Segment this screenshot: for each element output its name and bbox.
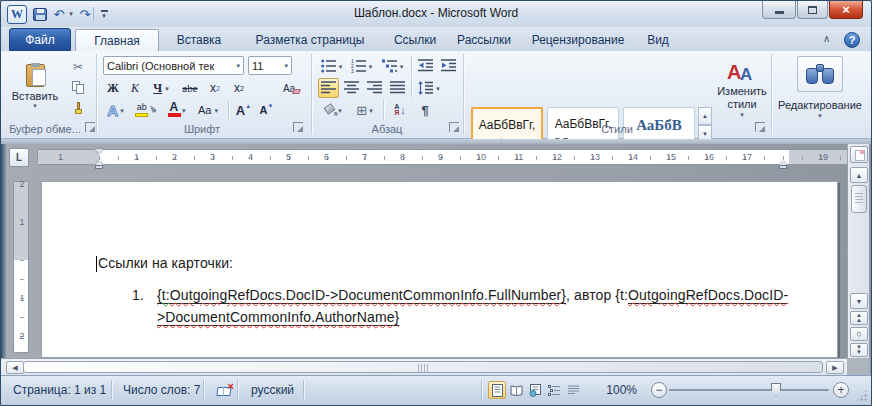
maximize-button[interactable] [797, 1, 828, 19]
vscroll-thumb[interactable] [851, 185, 867, 213]
doc-list-line1[interactable]: {t:OutgoingRefDocs.DocID->DocumentCommon… [157, 287, 788, 303]
numbering-button[interactable]: 123 ▾ [348, 56, 375, 76]
shrink-font-button[interactable]: A ▼ [256, 100, 277, 120]
word-app-icon[interactable]: W [7, 5, 27, 24]
styles-dialog-launcher-icon[interactable] [755, 122, 765, 132]
align-center-button[interactable] [341, 78, 362, 98]
h-ruler[interactable]: 1 123456789101112131415161719 [37, 149, 857, 165]
collapse-ribbon-icon[interactable]: ∧ [823, 33, 830, 44]
align-left-button[interactable] [318, 78, 339, 98]
shading-button[interactable]: ▾ [318, 100, 347, 120]
strikethrough-button[interactable]: abe [178, 78, 202, 98]
status-word-count[interactable]: Число слов: 7 [113, 376, 210, 403]
font-name-combo[interactable]: Calibri (Основной тек ▾ [103, 56, 244, 75]
tab-review[interactable]: Рецензирование [523, 29, 633, 51]
justify-button[interactable] [387, 78, 408, 98]
tab-page-layout[interactable]: Разметка страницы [239, 29, 381, 51]
scroll-up-button[interactable]: ▲ [850, 167, 868, 183]
hscroll-thumb[interactable] [23, 361, 823, 373]
font-color-button[interactable]: A ▾ [164, 100, 191, 120]
view-web-layout-button[interactable] [526, 381, 544, 399]
scroll-left-button[interactable]: ◀ [6, 361, 24, 374]
doc-list-line2[interactable]: >DocumentCommonInfo.AuthorName} [157, 309, 399, 325]
clipboard-group-label: Буфер обме... [5, 123, 85, 135]
qat-customize-button[interactable]: ▾ [98, 5, 110, 23]
maximize-icon [808, 6, 817, 14]
font-size-combo[interactable]: 11 ▾ [248, 56, 292, 75]
doc-heading[interactable]: Ссылки на карточки: [98, 255, 233, 271]
bullets-button[interactable]: ▾ [318, 56, 345, 76]
view-print-layout-button[interactable] [488, 381, 506, 399]
select-browse-object-button[interactable]: ○ [850, 327, 868, 341]
zoom-slider-track[interactable] [669, 389, 829, 391]
clear-formatting-button[interactable]: Aa [275, 78, 303, 98]
align-left-icon [321, 81, 337, 95]
status-page[interactable]: Страница: 1 из 1 [3, 376, 116, 403]
scroll-down-button[interactable]: ▼ [850, 293, 868, 309]
previous-page-button[interactable]: ▲▲ [850, 311, 868, 325]
scroll-right-button[interactable]: ▶ [826, 361, 844, 374]
redo-button[interactable]: ↷ [77, 5, 93, 23]
save-button[interactable] [32, 5, 48, 23]
code-middle: , автор {t: [566, 287, 628, 303]
view-outline-button[interactable] [545, 381, 563, 399]
paragraph-dialog-launcher-icon[interactable] [449, 122, 459, 132]
format-painter-button[interactable] [65, 99, 91, 118]
borders-button[interactable]: ⊞ ▾ [350, 100, 379, 120]
italic-button[interactable]: К [125, 78, 145, 98]
subscript-button[interactable]: x2 [204, 78, 226, 98]
sort-button[interactable]: АЯ ↓ [388, 100, 412, 120]
v-ruler[interactable]: 2112 [13, 181, 29, 353]
align-right-button[interactable] [364, 78, 385, 98]
copy-button[interactable] [65, 78, 91, 97]
clipboard-dialog-launcher-icon[interactable] [85, 122, 95, 132]
tab-stop-selector[interactable]: L [9, 148, 29, 167]
zoom-out-button[interactable]: − [651, 382, 667, 398]
undo-button[interactable]: ↶ [51, 5, 67, 23]
paste-button[interactable]: Вставить ▾ [9, 55, 61, 117]
view-draft-button[interactable] [564, 381, 582, 399]
cut-button[interactable]: ✂ [65, 57, 91, 76]
multilevel-list-button[interactable]: ▾ [378, 56, 407, 76]
horizontal-scrollbar[interactable]: ◀ ▶ [1, 358, 847, 375]
font-dialog-launcher-icon[interactable] [293, 122, 303, 132]
highlight-button[interactable]: ab ▾ [131, 100, 162, 120]
zoom-level[interactable]: 100% [599, 376, 647, 403]
tab-references[interactable]: Ссылки [385, 29, 445, 51]
help-icon[interactable]: ? [844, 32, 860, 48]
zoom-slider-thumb[interactable] [771, 383, 781, 396]
change-styles-button[interactable]: АA Изменить стили ▾ [717, 55, 767, 123]
zoom-in-button[interactable]: + [833, 382, 849, 398]
increase-indent-button[interactable] [438, 56, 459, 76]
close-button[interactable]: × [829, 1, 863, 19]
superscript-button[interactable]: x2 [228, 78, 250, 98]
text-effects-button[interactable]: A ▾ [102, 100, 129, 120]
vertical-scrollbar[interactable]: ▲ ▼ ▲▲ ○ ▼▼ [847, 144, 869, 358]
grow-font-button[interactable]: A ▲ [233, 100, 254, 120]
undo-dropdown[interactable]: ▾ [67, 5, 75, 23]
decrease-indent-button[interactable] [415, 56, 436, 76]
tab-home[interactable]: Главная [75, 29, 159, 51]
tab-file[interactable]: Файл [9, 28, 71, 51]
tab-view[interactable]: Вид [637, 29, 679, 51]
tab-insert[interactable]: Вставка [163, 29, 235, 51]
editing-find-button[interactable] [797, 56, 843, 92]
next-page-button[interactable]: ▼▼ [850, 343, 868, 357]
ruler-toggle-button[interactable] [850, 146, 868, 163]
status-language[interactable]: русский [241, 376, 304, 403]
dropdown-icon: ▾ [33, 102, 37, 109]
right-indent-marker[interactable] [779, 157, 787, 169]
minimize-button[interactable] [762, 1, 796, 19]
resize-grip[interactable] [855, 389, 868, 402]
tab-mailings[interactable]: Рассылки [449, 29, 519, 51]
line-spacing-button[interactable]: ▾ [415, 78, 443, 98]
hanging-indent-marker[interactable] [95, 157, 103, 169]
underline-button[interactable]: Ч ▾ [147, 78, 175, 98]
bold-button[interactable]: Ж [103, 78, 123, 98]
show-marks-button[interactable]: ¶ [414, 100, 436, 120]
change-case-button[interactable]: Aa ▾ [194, 100, 222, 120]
editing-group-button[interactable]: Редактирование ▾ [773, 95, 867, 123]
h-ruler-number: 16 [704, 152, 714, 162]
borders-grid-icon: ⊞ [356, 104, 367, 117]
view-fullscreen-reading-button[interactable] [507, 381, 525, 399]
